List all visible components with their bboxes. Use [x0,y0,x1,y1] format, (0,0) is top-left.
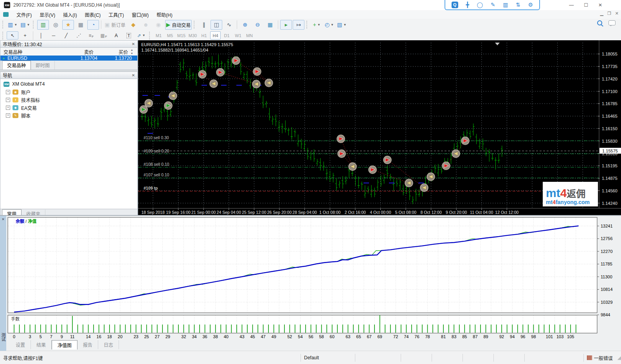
equity-chart[interactable]: 132411275612270117851130010814103299844余… [6,216,621,340]
image-tool-icon[interactable]: ▥ [503,2,508,8]
periods-button[interactable]: ◴▼ [323,20,335,30]
tree-item-label: 脚本 [21,112,31,119]
candlestick-chart-button[interactable]: ◫ [211,20,222,30]
tree-item-2[interactable]: +◆EA交易 [0,104,137,111]
market-watch-row-eurusd[interactable]: ▲ EURUSD 1.13704 1.13720 [0,56,138,61]
metaeditor-button[interactable]: ◆ [128,20,139,30]
navigator-button[interactable]: ★ [62,20,74,30]
menu-item-4[interactable]: 工具(T) [104,10,128,19]
timeframe-w1[interactable]: W1 [233,31,243,39]
chart-shift-icon: ↦ [296,22,301,28]
tree-item-1[interactable]: +f技术指标 [0,96,137,104]
tile-windows-button[interactable]: ▦ [264,20,276,30]
maximize-button[interactable]: ☐ [584,2,588,8]
timeframe-m15[interactable]: M15 [176,31,187,39]
svg-text:28 Sep 04:00: 28 Sep 04:00 [292,210,317,215]
strategy-tester-button[interactable]: ◔ [87,20,99,30]
zoom-out-button[interactable]: ⊖ [252,20,263,30]
community-button[interactable]: ☻ [140,20,152,30]
data-window-button[interactable]: ◎ [50,20,61,30]
menu-item-2[interactable]: 插入(I) [59,10,81,19]
tester-side-label: 测试 [0,333,6,341]
svg-text:56: 56 [308,334,313,339]
price-chart[interactable]: 1.180551.177351.174201.171001.167851.164… [138,40,621,215]
tree-item-3[interactable]: +✎脚本 [0,111,137,119]
market-watch-button[interactable]: ▥ [37,20,49,30]
profiles-button[interactable]: ▤▼ [19,20,31,30]
market-watch-scrollbar[interactable]: ▲▼ [128,48,136,55]
tree-root-xm-global-mt4[interactable]: XMXM Global MT4 [0,80,137,88]
fibonacci-button[interactable]: ≡F [85,31,97,39]
menu-item-1[interactable]: 显示(V) [36,10,59,19]
signals-button[interactable]: ◉ [153,20,164,30]
trendline-button[interactable]: ╱ [60,31,72,39]
cursor-button[interactable]: ↖ [7,31,18,39]
column-bid[interactable]: 卖价 [58,48,94,55]
terminal-button[interactable]: ▦ [75,20,86,30]
horizontal-line-button[interactable]: ─ [48,31,59,39]
new-chart-button[interactable]: ▥▼ [7,20,18,30]
tester-tab-报告[interactable]: 报告 [77,340,98,349]
text-button[interactable]: A [110,31,122,39]
chart-shift-button[interactable]: ↦ [293,20,304,30]
resize-grip[interactable]: ◢ [617,355,621,360]
child-window-controls[interactable]: ▁❐✕ [600,11,619,16]
menu-item-6[interactable]: 帮助(H) [153,10,176,19]
capture-app-icon[interactable]: Q [452,2,458,8]
new-order-button[interactable]: ▣新订单 [103,20,126,30]
ellipse-tool-icon[interactable]: ◯ [477,2,483,8]
menu-item-5[interactable]: 窗口(W) [128,10,153,19]
chat-icon[interactable] [608,20,616,25]
capture-overlay-toolbar[interactable]: Q╋◯✎▥⇅⚙ [445,0,540,10]
tester-tab-日志[interactable]: 日志 [98,340,119,349]
tester-close-icon[interactable]: ✕ [2,217,5,221]
equidistant-channel-button[interactable]: ⋰ [73,31,85,39]
templates-button[interactable]: ▧▼ [336,20,347,30]
line-chart-button[interactable]: ∿ [223,20,235,30]
zoom-in-button[interactable]: ⊕ [239,20,251,30]
arrows-button[interactable]: ⇗▼ [135,31,147,39]
tester-tab-结果[interactable]: 结果 [31,340,52,349]
timeframe-m5[interactable]: M5 [165,31,175,39]
timeframe-m30[interactable]: M30 [187,31,198,39]
indicators-button[interactable]: +▼ [311,20,322,30]
vertical-line-button[interactable]: │ [35,31,47,39]
autotrading-button[interactable]: ▶自动交易 [165,20,192,30]
bar-chart-button[interactable]: ∥ [198,20,210,30]
navigator-close-icon[interactable]: ✕ [132,73,135,77]
tab-交易品种[interactable]: 交易品种 [2,61,31,70]
expand-plus-icon[interactable]: + [6,113,10,118]
close-button[interactable]: ✕ [598,2,602,8]
svg-text:9844: 9844 [601,312,610,317]
text-label-button[interactable]: T [123,31,135,39]
expand-plus-icon[interactable]: + [6,106,10,110]
market-watch-close-icon[interactable]: ✕ [132,42,135,46]
settings-tool-icon[interactable]: ⚙ [528,2,533,8]
expand-plus-icon[interactable]: + [6,90,10,94]
market-watch-columns: 交易品种 卖价 买价 ▲▼ [0,48,138,56]
column-ask[interactable]: 买价 [94,48,128,55]
menu-item-3[interactable]: 图表(C) [81,10,105,19]
tester-tab-净值图[interactable]: 净值图 [52,340,77,350]
svg-text:11: 11 [70,334,74,339]
crosshair-button[interactable]: + [19,31,31,39]
minimize-button[interactable]: — [569,2,574,8]
timeframe-mn[interactable]: MN [244,31,255,39]
tab-即时图[interactable]: 即时图 [31,61,55,70]
expand-plus-icon[interactable]: + [6,98,10,102]
menu-item-0[interactable]: 文件(F) [13,10,36,19]
scroll-capture-icon[interactable]: ⇅ [516,2,520,8]
pen-tool-icon[interactable]: ✎ [491,2,495,8]
timeframe-d1[interactable]: D1 [221,31,232,39]
grid-button[interactable]: ▩F [98,31,110,39]
tree-item-0[interactable]: +◉账户 [0,88,137,96]
timeframe-h4[interactable]: H4 [210,31,221,39]
crosshair-capture-icon[interactable]: ╋ [466,2,469,8]
column-symbol[interactable]: 交易品种 [0,48,58,55]
timeframe-h1[interactable]: H1 [199,31,209,39]
status-profile[interactable]: Default [301,354,355,362]
timeframe-m1[interactable]: M1 [153,31,164,39]
auto-scroll-button[interactable]: ▸ [280,20,292,30]
search-icon[interactable] [597,20,602,25]
tester-tab-设置[interactable]: 设置 [10,340,31,349]
